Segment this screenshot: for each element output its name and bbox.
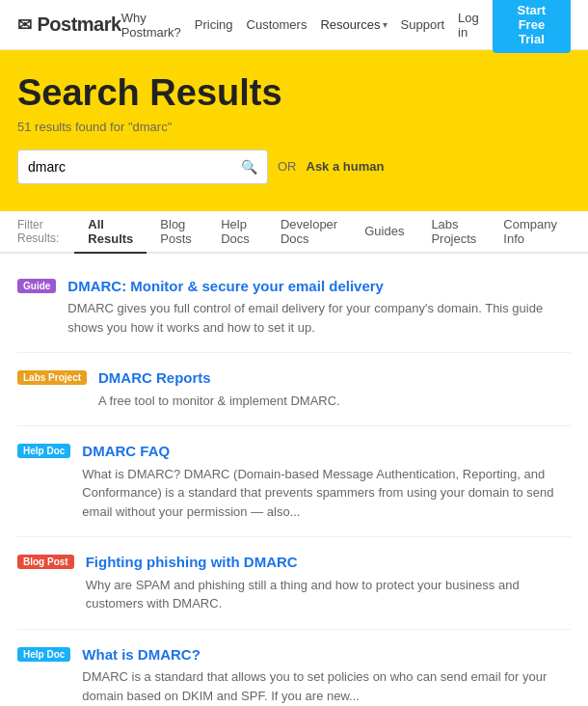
result-content: Fighting phishing with DMARCWhy are SPAM…: [86, 553, 571, 613]
result-badge: Help Doc: [17, 647, 70, 662]
ask-human-link[interactable]: Ask a human: [307, 159, 385, 174]
result-description: Why are SPAM and phishing still a thing …: [86, 576, 571, 613]
result-description: DMARC gives you full control of email de…: [67, 299, 571, 337]
result-description: A free tool to monitor & implement DMARC…: [98, 392, 571, 411]
result-content: DMARC ReportsA free tool to monitor & im…: [98, 368, 571, 410]
result-description: DMARC is a standard that allows you to s…: [82, 667, 571, 705]
filter-tab-all[interactable]: All Results: [74, 211, 147, 254]
search-icon: 🔍: [241, 159, 257, 175]
nav-resources[interactable]: Resources ▾: [320, 17, 387, 32]
filter-tab-blog[interactable]: Blog Posts: [147, 211, 207, 254]
search-row: 🔍 OR Ask a human: [17, 149, 571, 184]
logo-icon: ✉: [17, 14, 32, 36]
list-item: Help DocWhat is DMARC?DMARC is a standar…: [17, 630, 571, 706]
filter-tab-helpdocs[interactable]: Help Docs: [207, 211, 267, 254]
result-description: What is DMARC? DMARC (Domain-based Messa…: [82, 465, 571, 522]
page-title: Search Results: [17, 73, 571, 114]
results-count: 51 results found for "dmarc": [17, 120, 571, 134]
nav-why-postmark[interactable]: Why Postmark?: [121, 11, 181, 40]
filter-label: Filter Results:: [17, 218, 59, 245]
nav-customers[interactable]: Customers: [247, 17, 307, 32]
result-content: DMARC FAQWhat is DMARC? DMARC (Domain-ba…: [82, 442, 571, 521]
list-item: GuideDMARC: Monitor & secure your email …: [17, 261, 571, 354]
result-title[interactable]: DMARC: Monitor & secure your email deliv…: [67, 277, 571, 296]
nav-pricing[interactable]: Pricing: [195, 17, 233, 32]
result-title[interactable]: DMARC FAQ: [82, 442, 571, 461]
navbar: ✉ Postmark Why Postmark? Pricing Custome…: [0, 0, 588, 50]
logo[interactable]: ✉ Postmark: [17, 14, 121, 36]
list-item: Help DocDMARC FAQWhat is DMARC? DMARC (D…: [17, 426, 571, 537]
nav-resources-label: Resources: [320, 17, 380, 32]
result-badge: Blog Post: [17, 555, 74, 569]
list-item: Blog PostFighting phishing with DMARCWhy…: [17, 537, 571, 630]
result-badge: Labs Project: [17, 370, 87, 385]
nav-links: Why Postmark? Pricing Customers Resource…: [121, 0, 571, 53]
result-title[interactable]: Fighting phishing with DMARC: [86, 553, 571, 572]
nav-login[interactable]: Log in: [458, 11, 479, 40]
search-box: 🔍: [17, 149, 268, 184]
result-title[interactable]: DMARC Reports: [98, 368, 571, 388]
hero-section: Search Results 51 results found for "dma…: [0, 50, 588, 211]
nav-support[interactable]: Support: [401, 17, 445, 32]
chevron-down-icon: ▾: [383, 19, 388, 30]
result-title[interactable]: What is DMARC?: [82, 645, 571, 665]
results-list: GuideDMARC: Monitor & secure your email …: [0, 254, 588, 706]
result-badge: Help Doc: [17, 444, 70, 458]
search-input[interactable]: [28, 159, 241, 175]
logo-text: Postmark: [38, 14, 121, 36]
or-text: OR: [278, 159, 297, 174]
start-trial-button[interactable]: Start Free Trial: [493, 0, 571, 53]
filter-tab-guides[interactable]: Guides: [351, 211, 417, 254]
filter-tab-labs[interactable]: Labs Projects: [417, 211, 490, 254]
filter-tab-devdocs[interactable]: Developer Docs: [267, 211, 351, 254]
result-content: What is DMARC?DMARC is a standard that a…: [82, 645, 571, 706]
filter-bar: Filter Results: All Results Blog Posts H…: [0, 211, 588, 254]
result-content: DMARC: Monitor & secure your email deliv…: [67, 277, 571, 338]
list-item: Labs ProjectDMARC ReportsA free tool to …: [17, 353, 571, 426]
filter-tab-company[interactable]: Company Info: [490, 211, 571, 254]
result-badge: Guide: [17, 279, 56, 293]
